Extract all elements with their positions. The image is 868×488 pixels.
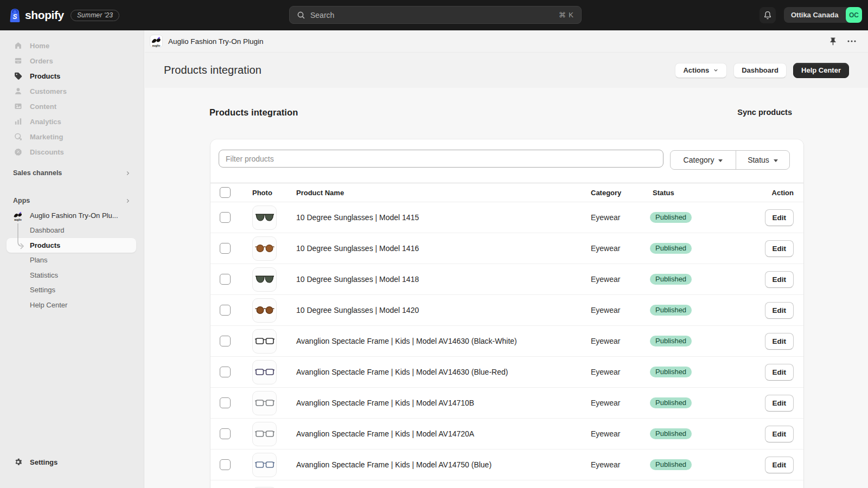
caret-down-icon bbox=[774, 159, 778, 162]
edit-button[interactable]: Edit bbox=[765, 457, 794, 473]
store-name: Ottika Canada bbox=[791, 11, 838, 19]
column-photo: Photo bbox=[243, 189, 296, 197]
filter-bar: Category Status bbox=[210, 139, 803, 183]
row-checkbox[interactable] bbox=[220, 428, 231, 439]
glasses-image bbox=[255, 397, 275, 408]
more-options-icon[interactable] bbox=[847, 36, 857, 46]
row-checkbox[interactable] bbox=[220, 336, 231, 346]
row-checkbox[interactable] bbox=[220, 367, 231, 377]
sidebar-app-item-label: Products bbox=[30, 241, 60, 249]
edit-button[interactable]: Edit bbox=[765, 426, 794, 442]
product-category: Eyewear bbox=[591, 429, 650, 438]
actions-button[interactable]: Actions bbox=[675, 63, 727, 78]
search-placeholder: Search bbox=[310, 11, 334, 20]
sidebar-app-item-help-center[interactable]: Help Center bbox=[7, 298, 136, 313]
row-checkbox[interactable] bbox=[220, 397, 231, 408]
sidebar-item-settings[interactable]: Settings bbox=[0, 454, 144, 470]
row-checkbox[interactable] bbox=[220, 212, 231, 223]
sidebar-item-auglio-app[interactable]: auglio Auglio Fashion Try-On Plu... bbox=[0, 208, 144, 223]
status-badge: Published bbox=[650, 274, 692, 285]
edit-button[interactable]: Edit bbox=[765, 395, 794, 412]
gear-icon bbox=[14, 458, 23, 467]
edit-button[interactable]: Edit bbox=[765, 271, 794, 288]
caret-down-icon bbox=[718, 159, 723, 162]
sidebar-item-label: Home bbox=[30, 42, 49, 50]
account-menu[interactable]: Ottika Canada OC bbox=[784, 7, 862, 23]
category-filter-label: Category bbox=[684, 156, 714, 164]
sidebar-app-item-statistics[interactable]: Statistics bbox=[7, 268, 136, 283]
glasses-image bbox=[255, 428, 275, 439]
sidebar-section-apps[interactable]: Apps bbox=[0, 193, 144, 208]
sidebar-item-content[interactable]: Content bbox=[0, 99, 144, 114]
sidebar-item-discounts[interactable]: Discounts bbox=[0, 144, 144, 159]
product-category: Eyewear bbox=[591, 399, 650, 407]
sidebar-item-marketing[interactable]: Marketing bbox=[0, 129, 144, 144]
chevron-right-icon bbox=[125, 198, 131, 204]
column-action: Action bbox=[772, 189, 794, 197]
sales-channels-label: Sales channels bbox=[13, 169, 62, 177]
status-badge: Published bbox=[650, 305, 692, 316]
chevron-down-icon bbox=[713, 67, 719, 73]
table-row bbox=[210, 480, 803, 488]
sidebar-item-orders[interactable]: Orders bbox=[0, 53, 144, 68]
row-checkbox[interactable] bbox=[220, 459, 231, 470]
product-name: Avanglion Spectacle Frame | Kids | Model… bbox=[296, 337, 591, 345]
sidebar-item-home[interactable]: Home bbox=[0, 38, 144, 53]
sidebar-item-label: Orders bbox=[30, 57, 53, 65]
sidebar-app-item-settings[interactable]: Settings bbox=[7, 282, 136, 298]
edit-button[interactable]: Edit bbox=[765, 209, 794, 226]
sidebar-item-label: Content bbox=[30, 102, 56, 111]
product-category: Eyewear bbox=[591, 368, 650, 376]
sidebar-app-item-plans[interactable]: Plans bbox=[7, 253, 136, 268]
table-row: 10 Degree Sunglasses | Model 1415Eyewear… bbox=[210, 202, 803, 233]
search-shortcut: ⌘ K bbox=[559, 11, 574, 19]
product-name: Avanglion Spectacle Frame | Kids | Model… bbox=[296, 429, 591, 438]
product-category: Eyewear bbox=[591, 275, 650, 284]
edit-button[interactable]: Edit bbox=[765, 364, 794, 381]
product-name: 10 Degree Sunglasses | Model 1418 bbox=[296, 275, 591, 284]
row-checkbox[interactable] bbox=[220, 274, 231, 285]
row-checkbox[interactable] bbox=[220, 243, 231, 254]
row-checkbox[interactable] bbox=[220, 305, 231, 316]
pin-icon[interactable] bbox=[828, 37, 838, 46]
sync-products-link[interactable]: Sync products bbox=[737, 108, 792, 117]
edit-button[interactable]: Edit bbox=[765, 240, 794, 257]
select-all-checkbox[interactable] bbox=[220, 187, 231, 198]
avatar: OC bbox=[846, 7, 862, 23]
shopify-logo[interactable]: S shopify Summer '23 bbox=[9, 0, 119, 30]
product-name: 10 Degree Sunglasses | Model 1420 bbox=[296, 306, 591, 314]
status-badge: Published bbox=[650, 212, 692, 223]
sidebar-item-analytics[interactable]: Analytics bbox=[0, 114, 144, 129]
help-center-button[interactable]: Help Center bbox=[793, 63, 849, 78]
bell-icon bbox=[763, 10, 773, 20]
filter-products-input[interactable] bbox=[219, 150, 663, 168]
sidebar-section-sales-channels[interactable]: Sales channels bbox=[0, 165, 144, 181]
tree-connector bbox=[14, 222, 27, 251]
dashboard-label: Dashboard bbox=[742, 66, 778, 74]
product-name: 10 Degree Sunglasses | Model 1416 bbox=[296, 244, 591, 253]
sidebar-item-customers[interactable]: Customers bbox=[0, 84, 144, 99]
sidebar-item-products[interactable]: Products bbox=[0, 68, 144, 84]
sidebar-item-label: Marketing bbox=[30, 133, 63, 141]
product-photo bbox=[252, 236, 277, 261]
analytics-icon bbox=[14, 117, 23, 126]
product-name: Avanglion Spectacle Frame | Kids | Model… bbox=[296, 460, 591, 469]
svg-text:auglio: auglio bbox=[152, 44, 161, 47]
search-icon bbox=[297, 11, 305, 20]
product-photo bbox=[252, 360, 277, 384]
auglio-app-icon: auglio bbox=[150, 35, 163, 48]
status-badge: Published bbox=[650, 367, 692, 377]
edit-button[interactable]: Edit bbox=[765, 333, 794, 350]
dashboard-button[interactable]: Dashboard bbox=[733, 63, 787, 78]
sidebar-app-item-label: Settings bbox=[30, 286, 55, 294]
notifications-button[interactable] bbox=[760, 7, 776, 23]
sidebar-nav: HomeOrdersProductsCustomersContentAnalyt… bbox=[0, 38, 144, 159]
category-filter-button[interactable]: Category bbox=[671, 151, 736, 169]
page-title: Products integration bbox=[164, 64, 261, 76]
svg-text:auglio: auglio bbox=[14, 218, 22, 221]
search-input[interactable]: Search ⌘ K bbox=[289, 6, 582, 24]
product-name: Avanglion Spectacle Frame | Kids | Model… bbox=[296, 399, 591, 407]
edit-button[interactable]: Edit bbox=[765, 302, 794, 319]
sidebar: HomeOrdersProductsCustomersContentAnalyt… bbox=[0, 30, 144, 488]
status-filter-button[interactable]: Status bbox=[736, 151, 789, 169]
